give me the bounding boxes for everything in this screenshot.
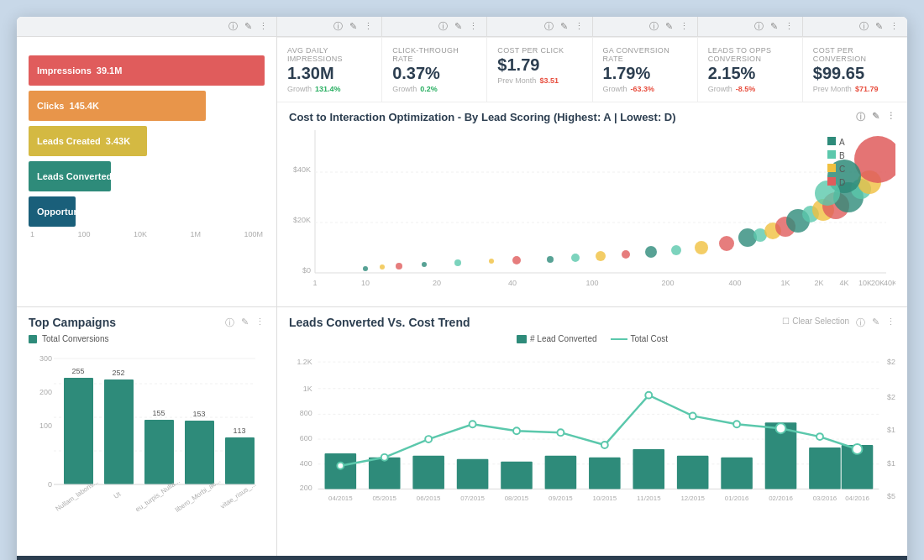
svg-point-23	[422, 262, 427, 267]
lc-edit-icon[interactable]: ✎	[872, 317, 879, 329]
clear-selection[interactable]: ☐ Clear Selection	[782, 317, 849, 329]
bubble-svg: 1 10 20 40 100 200 400 1K 2K 4K 10K 20K …	[289, 130, 895, 298]
svg-point-117	[513, 427, 520, 434]
svg-text:255: 255	[71, 367, 84, 375]
funnel-bar: Opportunity Won58	[29, 196, 76, 227]
kpi-value: 0.37%	[392, 63, 476, 83]
bubble-info-icon[interactable]: ⓘ	[856, 111, 865, 123]
svg-text:10: 10	[361, 279, 370, 287]
funnel-toolbar: ⓘ ✎ ⋮	[17, 17, 276, 37]
funnel-axis-label: 100	[77, 230, 90, 238]
svg-rect-106	[589, 458, 621, 489]
svg-rect-102	[412, 456, 444, 489]
combo-svg: 1.2K 1K 800 600 400 200 $250K $200K $150…	[289, 348, 895, 542]
funnel-axis-label: 10K	[134, 230, 147, 238]
svg-text:155: 155	[152, 409, 165, 417]
funnel-toolbar-more[interactable]: ⋮	[259, 21, 268, 32]
tc-legend: Total Conversions	[29, 334, 265, 343]
ppc-toolbar-5: ⓘ✎⋮	[697, 17, 802, 37]
kpi-sub: Growth -8.5%	[708, 85, 792, 93]
svg-text:300: 300	[39, 354, 52, 363]
funnel-content: Impressions39.1MClicks145.4KLeads Create…	[17, 37, 276, 250]
svg-text:$250K: $250K	[887, 358, 895, 366]
svg-point-123	[776, 423, 786, 433]
svg-text:800: 800	[300, 409, 312, 417]
svg-point-25	[489, 259, 494, 264]
kpi-value: 2.15%	[708, 63, 792, 83]
kpi-sub: Growth -63.3%	[603, 85, 687, 93]
svg-point-121	[690, 412, 696, 419]
svg-point-118	[557, 429, 564, 436]
combo-legend: # Lead Converted Total Cost	[289, 334, 895, 343]
svg-text:03/2016: 03/2016	[813, 495, 837, 502]
svg-text:4K: 4K	[839, 279, 848, 287]
svg-point-22	[396, 263, 402, 270]
bubble-more-icon[interactable]: ⋮	[886, 111, 895, 123]
top-campaigns-chart: Total Conversions 300 200 100 0 255	[17, 334, 276, 541]
funnel-bar-value: 145.4K	[69, 101, 98, 111]
tc-info-icon[interactable]: ⓘ	[225, 317, 234, 329]
svg-point-20	[363, 266, 368, 271]
svg-point-114	[381, 454, 388, 461]
dashboard: Funnel ⓘ ✎ ⋮ Pay-per-click Campaign Opti…	[17, 17, 907, 560]
kpi-label: Leads To Opps Conversion	[708, 46, 792, 63]
kpi-card: Click-Through Rate 0.37% Growth 0.2%	[382, 38, 487, 102]
leads-cost-header: Leads Converted Vs. Cost Trend ☐ Clear S…	[277, 307, 907, 334]
svg-text:2K: 2K	[814, 279, 823, 287]
tc-edit-icon[interactable]: ✎	[241, 317, 249, 329]
ppc-kpi-toolbars: ⓘ✎⋮ ⓘ✎⋮ ⓘ✎⋮ ⓘ✎⋮ ⓘ✎⋮ ⓘ✎⋮	[277, 17, 907, 38]
svg-rect-66	[64, 378, 93, 484]
svg-point-119	[601, 442, 608, 448]
svg-text:B: B	[839, 151, 845, 160]
funnel-bar-row: Impressions39.1M	[29, 55, 265, 86]
svg-text:Ut: Ut	[113, 490, 123, 500]
bubble-edit-icon[interactable]: ✎	[872, 111, 879, 123]
svg-point-113	[337, 463, 344, 469]
svg-point-30	[622, 250, 630, 259]
svg-text:200: 200	[300, 484, 312, 492]
svg-point-124	[816, 433, 823, 440]
svg-text:1K: 1K	[303, 385, 312, 393]
svg-text:40K: 40K	[884, 279, 895, 287]
svg-text:20: 20	[433, 279, 441, 287]
svg-text:09/2015: 09/2015	[549, 495, 573, 502]
funnel-axis-label: 1	[30, 230, 34, 238]
svg-text:08/2015: 08/2015	[505, 495, 529, 502]
kpi-label: Cost Per Conversion	[813, 46, 897, 63]
svg-text:100: 100	[39, 421, 52, 430]
funnel-toolbar-info[interactable]: ⓘ	[228, 20, 238, 33]
svg-text:1: 1	[312, 279, 317, 287]
svg-text:$200K: $200K	[887, 393, 895, 401]
kpi-sub: Prev Month $71.79	[813, 85, 897, 93]
svg-text:06/2015: 06/2015	[417, 495, 441, 502]
funnel-bar: Leads Converted441	[29, 161, 111, 191]
lc-info-icon[interactable]: ⓘ	[856, 317, 865, 329]
funnel-bar-value: 58	[118, 207, 128, 217]
kpi-value: 1.30M	[287, 63, 371, 83]
funnel-bar-value: 3.43K	[106, 136, 130, 146]
lc-more-icon[interactable]: ⋮	[886, 317, 895, 329]
svg-rect-51	[827, 150, 836, 159]
ppc-toolbar-4: ⓘ✎⋮	[592, 17, 697, 37]
svg-point-32	[671, 245, 681, 255]
svg-text:11/2015: 11/2015	[637, 495, 661, 502]
top-campaigns-title: Top Campaigns	[29, 316, 116, 329]
svg-text:D: D	[839, 178, 845, 187]
kpi-label: Avg Daily Impressions	[287, 46, 371, 63]
kpi-card: Leads To Opps Conversion 2.15% Growth -8…	[698, 38, 803, 102]
svg-text:07/2015: 07/2015	[460, 495, 485, 502]
svg-text:02/2016: 02/2016	[769, 495, 793, 502]
svg-text:$40K: $40K	[293, 165, 311, 174]
tc-svg: 300 200 100 0 255 252 155 153 113	[29, 350, 264, 526]
svg-text:$50K: $50K	[887, 492, 895, 500]
svg-point-122	[733, 421, 740, 427]
svg-point-116	[470, 421, 476, 427]
ppc-panel-header: Pay-per-click Campaign Optimization ⓘ ✎ …	[277, 556, 907, 560]
funnel-bar: Clicks145.4K	[29, 91, 206, 121]
tc-more-icon[interactable]: ⋮	[255, 317, 265, 329]
svg-text:400: 400	[300, 459, 312, 468]
kpi-card: Cost Per Click $1.79 Prev Month $3.51	[487, 38, 592, 102]
combo-chart-wrap: # Lead Converted Total Cost 1.2K 1K 800 …	[277, 334, 907, 556]
funnel-toolbar-edit[interactable]: ✎	[244, 21, 252, 32]
svg-point-115	[425, 436, 432, 442]
